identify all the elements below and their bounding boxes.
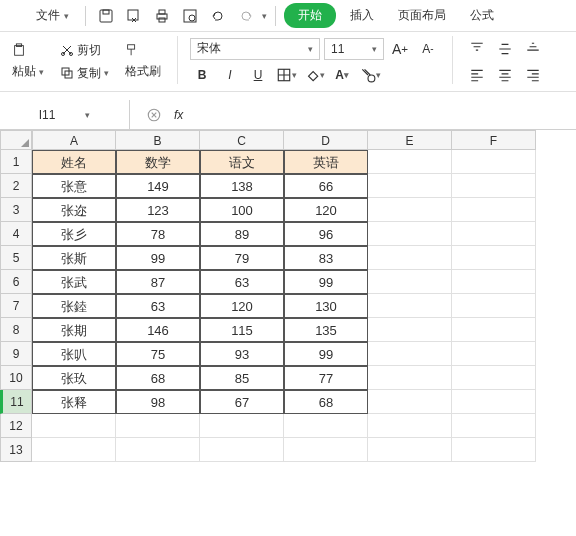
cell[interactable]: [368, 222, 452, 246]
cell[interactable]: [32, 414, 116, 438]
cell[interactable]: 张錴: [32, 294, 116, 318]
cell[interactable]: 张意: [32, 174, 116, 198]
cell[interactable]: [452, 270, 536, 294]
preview-icon[interactable]: [178, 4, 202, 28]
caret-icon[interactable]: ▾: [262, 11, 267, 21]
cell[interactable]: [452, 198, 536, 222]
fontsize-select[interactable]: 11▾: [324, 38, 384, 60]
align-top-icon[interactable]: [465, 37, 489, 61]
cell[interactable]: 张彡: [32, 222, 116, 246]
save-icon[interactable]: [94, 4, 118, 28]
bold-button[interactable]: B: [190, 63, 214, 87]
cell[interactable]: [284, 438, 368, 462]
col-header[interactable]: B: [116, 130, 200, 150]
cell[interactable]: 149: [116, 174, 200, 198]
paste-button[interactable]: [8, 41, 48, 59]
cell[interactable]: 130: [284, 294, 368, 318]
cell[interactable]: [32, 438, 116, 462]
cell[interactable]: [368, 198, 452, 222]
saveas-icon[interactable]: [122, 4, 146, 28]
cell[interactable]: [368, 414, 452, 438]
cell[interactable]: 135: [284, 318, 368, 342]
row-header[interactable]: 2: [0, 174, 32, 198]
cell[interactable]: 张释: [32, 390, 116, 414]
cell[interactable]: 张玖: [32, 366, 116, 390]
cell[interactable]: 姓名: [32, 150, 116, 174]
cell[interactable]: 67: [200, 390, 284, 414]
align-mid-icon[interactable]: [493, 37, 517, 61]
cancel-icon[interactable]: [142, 103, 166, 127]
tab-layout[interactable]: 页面布局: [388, 3, 456, 28]
cell[interactable]: 数学: [116, 150, 200, 174]
cell[interactable]: [452, 174, 536, 198]
cell[interactable]: 99: [116, 246, 200, 270]
cell[interactable]: [452, 150, 536, 174]
cell[interactable]: [452, 222, 536, 246]
align-center-icon[interactable]: [493, 63, 517, 87]
cell[interactable]: [368, 438, 452, 462]
cell[interactable]: 78: [116, 222, 200, 246]
cell[interactable]: [452, 246, 536, 270]
italic-button[interactable]: I: [218, 63, 242, 87]
cell[interactable]: 85: [200, 366, 284, 390]
cell[interactable]: 89: [200, 222, 284, 246]
undo-icon[interactable]: [206, 4, 230, 28]
row-header[interactable]: 4: [0, 222, 32, 246]
fill-button[interactable]: ▾: [302, 63, 326, 87]
highlight-button[interactable]: ▾: [358, 63, 382, 87]
cell[interactable]: 79: [200, 246, 284, 270]
paste-label-button[interactable]: 粘贴▾: [8, 61, 48, 82]
file-menu[interactable]: 文件▾: [28, 3, 77, 28]
cell[interactable]: [368, 174, 452, 198]
cell[interactable]: 张斯: [32, 246, 116, 270]
redo-icon[interactable]: [234, 4, 258, 28]
row-header[interactable]: 7: [0, 294, 32, 318]
cell[interactable]: 张武: [32, 270, 116, 294]
cell[interactable]: [200, 414, 284, 438]
cell[interactable]: 语文: [200, 150, 284, 174]
cell[interactable]: 张迩: [32, 198, 116, 222]
name-box[interactable]: I11▾: [0, 100, 130, 129]
menu-icon[interactable]: [8, 12, 24, 20]
col-header[interactable]: F: [452, 130, 536, 150]
print-icon[interactable]: [150, 4, 174, 28]
align-right-icon[interactable]: [521, 63, 545, 87]
align-bot-icon[interactable]: [521, 37, 545, 61]
font-select[interactable]: 宋体▾: [190, 38, 320, 60]
cell[interactable]: [452, 318, 536, 342]
cell[interactable]: [116, 414, 200, 438]
formatpainter-button[interactable]: [121, 41, 165, 59]
cell[interactable]: [452, 342, 536, 366]
align-left-icon[interactable]: [465, 63, 489, 87]
cell[interactable]: [452, 294, 536, 318]
grow-font-icon[interactable]: A+: [388, 37, 412, 61]
row-header[interactable]: 8: [0, 318, 32, 342]
cell[interactable]: 99: [284, 270, 368, 294]
cell[interactable]: [368, 342, 452, 366]
row-header[interactable]: 3: [0, 198, 32, 222]
cell[interactable]: 146: [116, 318, 200, 342]
cell[interactable]: 83: [284, 246, 368, 270]
col-header[interactable]: E: [368, 130, 452, 150]
cell[interactable]: 120: [284, 198, 368, 222]
copy-button[interactable]: 复制▾: [56, 63, 113, 84]
underline-button[interactable]: U: [246, 63, 270, 87]
cell[interactable]: [116, 438, 200, 462]
cell[interactable]: [368, 390, 452, 414]
cell[interactable]: 120: [200, 294, 284, 318]
col-header[interactable]: C: [200, 130, 284, 150]
cell[interactable]: 66: [284, 174, 368, 198]
cut-button[interactable]: 剪切: [56, 40, 113, 61]
cell[interactable]: [368, 270, 452, 294]
col-header[interactable]: D: [284, 130, 368, 150]
cell[interactable]: [368, 366, 452, 390]
cell[interactable]: [200, 438, 284, 462]
cell[interactable]: 96: [284, 222, 368, 246]
row-header[interactable]: 1: [0, 150, 32, 174]
row-header[interactable]: 12: [0, 414, 32, 438]
tab-insert[interactable]: 插入: [340, 3, 384, 28]
row-header[interactable]: 6: [0, 270, 32, 294]
cell[interactable]: [284, 414, 368, 438]
row-header[interactable]: 13: [0, 438, 32, 462]
cell[interactable]: 138: [200, 174, 284, 198]
